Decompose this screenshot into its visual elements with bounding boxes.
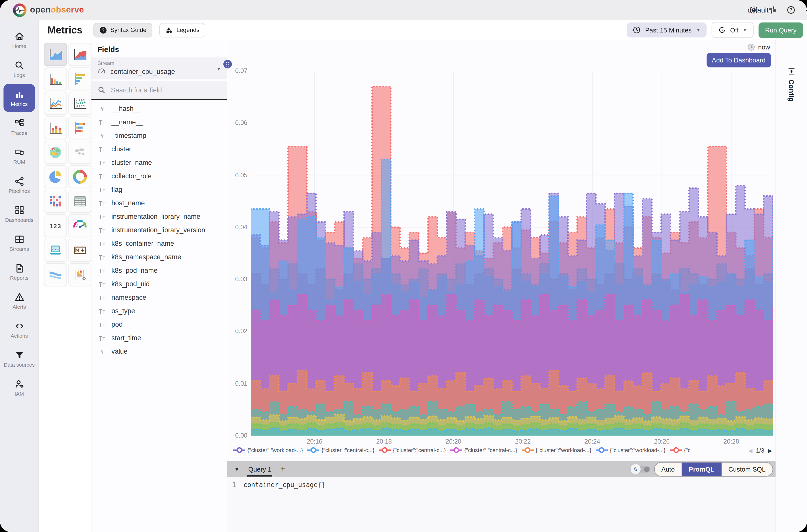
add-query-button[interactable]: + [280, 464, 285, 474]
sidebar-item-logs[interactable]: Logs [3, 55, 35, 83]
query-editor[interactable]: 1 container_cpu_usage{} [227, 477, 776, 532]
field-item-k8s_container_name[interactable]: TTk8s_container_name [91, 237, 227, 250]
syntax-guide-button[interactable]: ? Syntax Guide [93, 23, 152, 37]
chart-type-scatter[interactable] [69, 92, 91, 115]
chart-type-maps[interactable] [69, 141, 91, 164]
metric-text-chart-icon: 123 [48, 218, 63, 234]
sidebar-item-dashboards[interactable]: Dashboards [3, 200, 35, 228]
chart-type-pie[interactable] [44, 165, 67, 188]
query-mode-promql[interactable]: PromQL [682, 462, 721, 476]
field-item-__hash__[interactable]: #__hash__ [91, 102, 227, 115]
field-item-instrumentation_library_version[interactable]: TTinstrumentation_library_version [91, 223, 227, 237]
legend-next-icon[interactable]: ▶ [768, 447, 772, 454]
config-tab[interactable]: Config [788, 68, 795, 102]
svg-text:?: ? [102, 27, 105, 33]
chart-type-table[interactable] [69, 190, 91, 213]
sidebar-item-reports[interactable]: Reports [3, 258, 35, 286]
field-item-pod[interactable]: TTpod [91, 318, 227, 331]
geomap-chart-icon [48, 144, 63, 160]
sidebar-item-data-sources[interactable]: Data sources [3, 345, 35, 373]
panel-drag-handle[interactable] [223, 60, 232, 69]
field-type-number-icon: # [97, 104, 107, 113]
query-mode-auto[interactable]: Auto [654, 462, 682, 476]
field-item-start_time[interactable]: TTstart_time [91, 331, 227, 345]
field-item-host_name[interactable]: TThost_name [91, 196, 227, 210]
chart-type-h-bar[interactable] [69, 68, 91, 90]
slack-icon[interactable] [768, 5, 777, 15]
field-item-instrumentation_library_name[interactable]: TTinstrumentation_library_name [91, 210, 227, 223]
editor-code-line: container_cpu_usage{} [243, 481, 325, 489]
sidebar-item-streams[interactable]: Streams [3, 229, 35, 257]
theme-icon[interactable] [750, 5, 758, 15]
field-item-cluster[interactable]: TTcluster [91, 142, 227, 156]
chart-type-bar[interactable] [44, 68, 67, 90]
legend-item-2[interactable]: {"cluster":"central-c...} [307, 447, 375, 453]
legend-prev-icon[interactable]: ◀ [748, 447, 753, 454]
svg-text:</>: </> [52, 247, 58, 251]
query-mode-custom-sql[interactable]: Custom SQL [721, 462, 772, 476]
chart-type-donut[interactable] [69, 165, 91, 188]
x-tick-label: 20:28 [720, 438, 743, 445]
sidebar-item-label: Actions [11, 333, 28, 339]
brand-logo[interactable]: openobserve [13, 3, 84, 17]
query-collapse-icon[interactable]: ▼ [234, 466, 239, 472]
legend-item-4[interactable]: {"cluster":"central-c...} [450, 447, 517, 453]
sidebar-item-iam[interactable]: IAM [3, 374, 35, 402]
line-chart-icon [48, 95, 63, 111]
chart-type-geomap[interactable] [44, 141, 67, 164]
custom-chart-chart-icon [72, 267, 88, 283]
legend-item-3[interactable]: {"cluster":"central-c...} [379, 447, 446, 453]
chart-type-area[interactable] [44, 43, 67, 66]
field-item-k8s_namespace_name[interactable]: TTk8s_namespace_name [91, 250, 227, 264]
chart-type-heatmap[interactable] [44, 190, 67, 213]
legend-label: {"cluster":"workload-...} [610, 447, 665, 453]
field-item-value[interactable]: #value [91, 345, 227, 358]
chart-type-html[interactable]: </> [44, 239, 67, 262]
sidebar-item-pipelines[interactable]: Pipelines [3, 171, 35, 199]
field-item-__name__[interactable]: TT__name__ [91, 115, 227, 129]
chart-type-area-stacked[interactable] [69, 43, 91, 66]
field-item-_timestamp[interactable]: #_timestamp [91, 129, 227, 142]
chart-type-stacked-bar[interactable] [44, 116, 67, 139]
function-toggle[interactable]: fx [630, 464, 650, 474]
chart-type-h-stacked-bar[interactable] [69, 116, 91, 139]
field-item-cluster_name[interactable]: TTcluster_name [91, 156, 227, 169]
sidebar-item-actions[interactable]: Actions [3, 316, 35, 344]
field-item-collector_role[interactable]: TTcollector_role [91, 169, 227, 183]
metrics-chart[interactable] [251, 71, 773, 436]
field-item-namespace[interactable]: TTnamespace [91, 291, 227, 304]
time-range-selector[interactable]: Past 15 Minutes ▼ [626, 22, 707, 37]
legend-item-1[interactable]: {"cluster":"workload-...} [233, 447, 303, 453]
now-clock-icon [748, 43, 755, 51]
field-item-os_type[interactable]: TTos_type [91, 304, 227, 318]
field-name: k8s_container_name [111, 240, 174, 247]
legend-item-5[interactable]: {"cluster":"workload-...} [522, 447, 592, 453]
field-item-flag[interactable]: TTflag [91, 183, 227, 196]
sidebar-item-rum[interactable]: RUM [3, 142, 35, 170]
chart-type-metric-text[interactable]: 123 [44, 214, 67, 237]
chart-type-markdown[interactable] [69, 239, 91, 262]
legend-item-7[interactable]: {"c [670, 447, 691, 453]
sidebar-item-home[interactable]: Home [3, 26, 35, 54]
chart-type-sankey[interactable] [44, 263, 67, 286]
query-tab-1[interactable]: Query 1 [247, 462, 273, 476]
add-to-dashboard-button[interactable]: Add To Dashboard [706, 53, 771, 68]
help-icon[interactable]: ? [787, 5, 795, 15]
stream-selector[interactable]: Stream container_cpu_usage ▼ [91, 57, 227, 79]
sidebar-item-traces[interactable]: Traces [3, 113, 35, 141]
field-item-k8s_pod_uid[interactable]: TTk8s_pod_uid [91, 277, 227, 291]
chart-type-line[interactable] [44, 92, 67, 115]
legend-item-6[interactable]: {"cluster":"workload-...} [596, 447, 665, 453]
settings-icon[interactable] [805, 5, 807, 15]
chart-type-custom-chart[interactable] [69, 263, 91, 286]
field-search-input[interactable]: Search for a field [91, 81, 227, 100]
chart-type-gauge[interactable] [69, 214, 91, 237]
field-name: _timestamp [111, 132, 146, 139]
refresh-interval-selector[interactable]: Off ▼ [712, 22, 753, 38]
sidebar-item-metrics[interactable]: Metrics [3, 84, 35, 112]
run-query-button[interactable]: Run Query [758, 22, 803, 38]
chevron-down-icon: ▼ [743, 27, 747, 33]
sidebar-item-alerts[interactable]: Alerts [3, 287, 35, 315]
field-item-k8s_pod_name[interactable]: TTk8s_pod_name [91, 264, 227, 277]
legends-button[interactable]: Legends [159, 23, 205, 37]
